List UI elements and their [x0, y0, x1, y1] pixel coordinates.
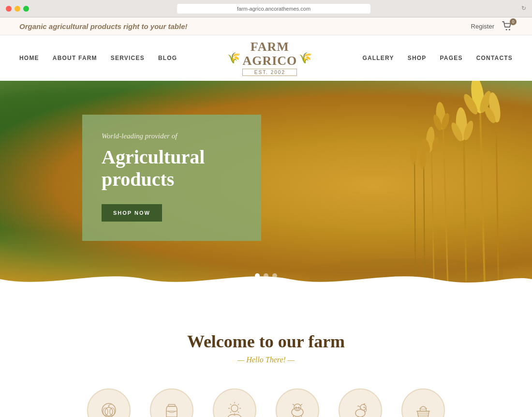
jar-icon: [161, 400, 182, 417]
icon-chicken: [339, 388, 382, 417]
logo-est: EST. 2002: [242, 69, 297, 76]
close-dot[interactable]: [6, 6, 12, 12]
icon-basket: [401, 388, 445, 417]
url-text: farm-agrico.ancorathemes.com: [237, 6, 310, 12]
icons-row: [19, 384, 513, 417]
cart-badge: 0: [510, 18, 517, 25]
nav-blog[interactable]: BLOG: [158, 55, 177, 61]
svg-point-33: [231, 405, 238, 412]
svg-point-50: [360, 404, 366, 410]
nav-services[interactable]: SERVICES: [111, 55, 145, 61]
refresh-icon[interactable]: ↻: [521, 5, 526, 12]
promo-text: Organic agricultural products right to y…: [19, 22, 188, 30]
svg-point-51: [364, 407, 365, 408]
svg-point-27: [105, 407, 113, 416]
register-link[interactable]: Register: [471, 23, 494, 30]
svg-point-42: [292, 408, 303, 417]
hero-title: Agricultural products: [102, 146, 242, 191]
hero-content-box: World-leading provider of Agricultural p…: [82, 115, 261, 241]
maximize-dot[interactable]: [23, 6, 29, 12]
nav-about-farm[interactable]: ABOUT FARM: [53, 55, 97, 61]
logo-main: FARM AGRICO: [242, 40, 297, 68]
nav-left: HOME ABOUT FARM SERVICES BLOG: [19, 55, 177, 61]
icon-sun-farm: [213, 388, 256, 417]
svg-line-40: [238, 404, 239, 405]
pumpkin-icon: [98, 400, 119, 417]
nav-shop[interactable]: SHOP: [408, 55, 427, 61]
header: HOME ABOUT FARM SERVICES BLOG 🌾 FARM AGR…: [0, 35, 532, 81]
wheat-left-icon: 🌾: [227, 52, 240, 64]
top-bar: Organic agricultural products right to y…: [0, 17, 532, 35]
site-logo[interactable]: 🌾 FARM AGRICO EST. 2002 🌾: [227, 40, 312, 76]
cow-icon: [287, 400, 308, 417]
welcome-subtitle: — Hello There! —: [19, 356, 513, 364]
chicken-icon: [350, 400, 371, 417]
wave-divider: [0, 288, 532, 307]
nav-gallery[interactable]: GALLERY: [362, 55, 394, 61]
icon-jar: [150, 388, 193, 417]
basket-icon: [413, 400, 434, 417]
hero-background: [0, 81, 532, 289]
nav-contacts[interactable]: CONTACTS: [476, 55, 513, 61]
nav-right: GALLERY SHOP PAGES CONTACTS: [362, 55, 513, 61]
svg-line-41: [230, 412, 231, 413]
welcome-title: Welcome to our farm: [19, 331, 513, 352]
hero-subtitle: World-leading provider of: [102, 132, 242, 140]
welcome-section: Welcome to our farm — Hello There! —: [0, 307, 532, 417]
shop-now-button[interactable]: SHOP NOW: [102, 204, 162, 222]
logo-text: FARM AGRICO EST. 2002: [242, 40, 297, 76]
nav-pages[interactable]: PAGES: [440, 55, 463, 61]
wheat-right-icon: 🌾: [299, 52, 312, 64]
wave-svg: [0, 269, 532, 289]
sun-farm-icon: [224, 400, 245, 417]
url-bar[interactable]: farm-agrico.ancorathemes.com: [177, 4, 370, 14]
browser-chrome: farm-agrico.ancorathemes.com ↻: [0, 0, 532, 17]
minimize-dot[interactable]: [15, 6, 20, 12]
nav-home[interactable]: HOME: [19, 55, 39, 61]
icon-cow: [276, 388, 319, 417]
hero-section: World-leading provider of Agricultural p…: [0, 81, 532, 289]
svg-point-0: [506, 29, 507, 30]
icon-pumpkin: [87, 388, 131, 417]
cart-icon-wrap[interactable]: 0: [502, 21, 513, 31]
promo-italic: Organic: [19, 22, 47, 30]
svg-line-38: [230, 404, 231, 405]
svg-point-1: [509, 29, 510, 30]
top-bar-right: Register 0: [471, 21, 513, 31]
svg-line-39: [238, 412, 239, 413]
logo-wheat-wrap: 🌾 FARM AGRICO EST. 2002 🌾: [227, 40, 312, 76]
